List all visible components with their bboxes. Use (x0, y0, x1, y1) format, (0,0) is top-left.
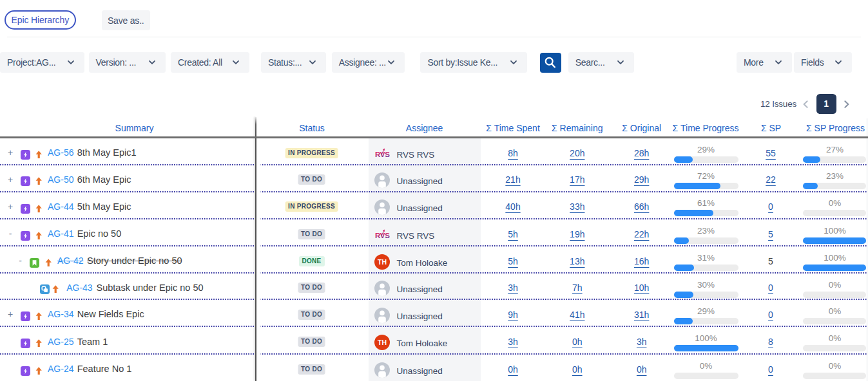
svg-text:RVS: RVS (375, 232, 390, 239)
svg-text:RVS: RVS (375, 151, 390, 158)
